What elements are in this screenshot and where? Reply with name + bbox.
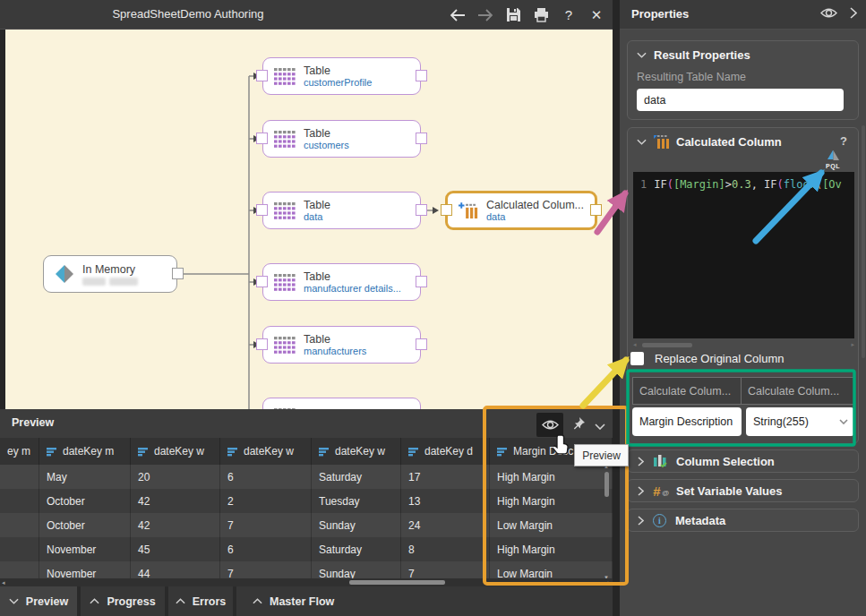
editor-horizontal-scrollbar[interactable]: ◂ ▸	[633, 340, 854, 350]
table-cell: Low Margin	[490, 561, 613, 578]
table-row[interactable]: November447Sunday7Low Margin	[0, 561, 613, 578]
preview-vertical-scrollbar[interactable]: ▲ ▼	[604, 466, 610, 578]
table-row[interactable]: November456Saturday8High Margin	[0, 537, 613, 561]
flow-node-in-memory[interactable]: In Memory	[43, 255, 177, 293]
column-header[interactable]: dateKey d	[401, 438, 490, 465]
back-icon[interactable]	[449, 6, 467, 24]
column-header[interactable]: dateKey w	[312, 438, 401, 465]
chevron-down-icon[interactable]	[637, 52, 647, 58]
section-title: Metadata	[675, 514, 725, 527]
table-cell: November	[39, 561, 131, 578]
column-type-dropdown[interactable]: String(255)	[746, 407, 854, 436]
tab-master-flow[interactable]: Master Flow	[236, 586, 613, 616]
section-column-selection[interactable]: Column Selection	[627, 449, 859, 473]
replace-original-column-checkbox[interactable]	[630, 352, 644, 365]
port[interactable]	[416, 338, 427, 350]
resulting-table-name-input[interactable]	[637, 89, 844, 111]
section-set-variable-values[interactable]: #@ Set Variable Values	[627, 479, 859, 502]
properties-scrollbar-thumb[interactable]	[862, 125, 865, 358]
table-icon	[274, 274, 296, 291]
port[interactable]	[256, 133, 268, 144]
table-cell: 17	[401, 465, 490, 489]
column-header-label: dateKey w	[335, 445, 385, 458]
pql-icon[interactable]: PQL	[822, 148, 844, 169]
node-title: Table	[304, 270, 401, 283]
tab-preview[interactable]: Preview	[0, 586, 77, 616]
flow-node-table-data[interactable]: Tabledata	[262, 192, 421, 229]
table-row[interactable]: October427Sunday24Low Margin	[0, 513, 613, 537]
flow-node-table-manufacturers[interactable]: Tablemanufacturers	[262, 326, 421, 364]
port[interactable]	[256, 338, 268, 350]
table-row[interactable]: October422Tuesday13High Margin	[0, 489, 613, 513]
column-name-input[interactable]: Margin Description	[632, 407, 742, 436]
port[interactable]	[172, 268, 184, 279]
column-header-label: ey m	[7, 445, 30, 458]
eye-icon[interactable]	[820, 6, 837, 22]
window-title: SpreadSheetDemo Authoring	[0, 7, 376, 21]
table-icon	[274, 337, 296, 354]
flow-canvas[interactable]: In Memory TablecustomerProfile Tablecust…	[5, 30, 613, 409]
print-icon[interactable]	[532, 6, 550, 24]
table-cell: 6	[220, 465, 312, 489]
flow-node-table-partial[interactable]: Table	[262, 398, 421, 409]
properties-header: Properties	[620, 0, 866, 30]
in-memory-icon	[55, 264, 74, 284]
port[interactable]	[256, 204, 268, 216]
save-icon[interactable]	[504, 6, 522, 24]
forward-icon[interactable]	[476, 6, 494, 24]
table-cell	[0, 489, 39, 513]
sort-icon	[227, 447, 238, 457]
help-icon[interactable]: ?	[840, 134, 847, 148]
expression-code-editor[interactable]: 1IF([Margin]>0.3, IF(floor([Ov	[633, 172, 854, 338]
flow-node-calculated-column[interactable]: Calculated Colum...data	[445, 191, 597, 230]
replace-original-column-label: Replace Original Column	[655, 352, 785, 365]
column-header[interactable]: dateKey m	[39, 438, 131, 465]
preview-panel: Preview ey mdateKey mdateKey wdateKey wd…	[0, 409, 613, 586]
scrollbar-thumb[interactable]	[604, 472, 609, 497]
scrollbar-thumb[interactable]	[642, 343, 692, 347]
line-number: 1	[640, 178, 647, 191]
column-header[interactable]: ey m	[0, 438, 39, 465]
tab-progress[interactable]: Progress	[81, 586, 165, 616]
sort-icon	[319, 447, 330, 457]
table-cell: 44	[131, 561, 220, 578]
close-icon[interactable]: ✕	[587, 6, 605, 24]
table-cell: Low Margin	[490, 513, 613, 537]
section-metadata[interactable]: i Metadata	[627, 509, 859, 532]
grid-column-header: Calculate Colum...	[632, 377, 742, 405]
column-header[interactable]: dateKey w	[131, 438, 220, 465]
node-subtitle: data	[486, 211, 584, 222]
collapse-panel-icon[interactable]	[850, 6, 857, 22]
port[interactable]	[416, 204, 427, 216]
table-row[interactable]: May206Saturday17High Margin	[0, 465, 613, 489]
tab-errors[interactable]: Errors	[168, 586, 233, 616]
column-header[interactable]: dateKey w	[220, 438, 312, 465]
flow-node-table-customers[interactable]: Tablecustomers	[262, 120, 421, 158]
table-cell: Sunday	[312, 561, 401, 578]
flow-node-table-manufacturer-details[interactable]: Tablemanufacturer details...	[262, 263, 421, 301]
port[interactable]	[416, 276, 427, 287]
node-subtitle: customerProfile	[304, 77, 372, 88]
table-cell: 6	[220, 537, 312, 561]
table-cell: October	[39, 513, 131, 537]
table-cell	[0, 465, 39, 489]
tab-label: Preview	[26, 595, 68, 608]
chevron-down-icon[interactable]	[595, 417, 605, 433]
port[interactable]	[416, 133, 427, 144]
port[interactable]	[416, 70, 427, 81]
port[interactable]	[441, 204, 452, 216]
table-cell: Sunday	[312, 513, 401, 537]
scrollbar-thumb[interactable]	[349, 580, 445, 585]
pin-icon[interactable]	[572, 416, 586, 433]
chevron-up-icon	[253, 598, 262, 604]
help-icon[interactable]: ?	[560, 6, 578, 24]
port[interactable]	[256, 276, 268, 287]
scroll-left-arrow: ◂	[2, 578, 5, 586]
chevron-down-icon[interactable]	[637, 139, 647, 145]
flow-node-table-customerprofile[interactable]: TablecustomerProfile	[262, 57, 421, 95]
column-header-label: dateKey w	[154, 445, 204, 458]
port[interactable]	[256, 70, 268, 81]
preview-horizontal-scrollbar[interactable]: ◂ ▸	[0, 578, 613, 586]
scroll-left-arrow: ◂	[633, 341, 637, 348]
port[interactable]	[590, 204, 602, 216]
